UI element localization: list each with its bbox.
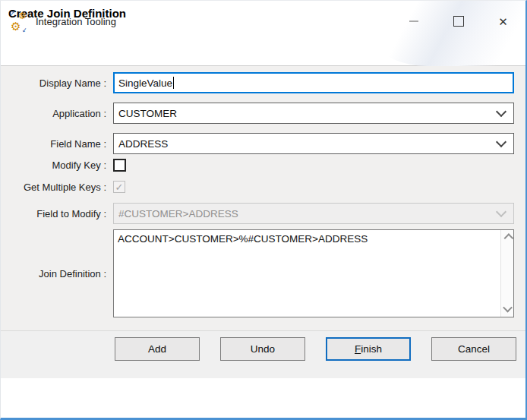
modify-key-label: Modify Key : bbox=[7, 159, 113, 171]
field-to-modify-row: Field to Modify : #CUSTOMER>ADDRESS bbox=[7, 203, 518, 224]
finish-button[interactable]: Finish bbox=[326, 337, 411, 361]
minimize-button bbox=[391, 1, 436, 42]
check-icon: ✓ bbox=[115, 182, 124, 192]
application-row: Application : CUSTOMER bbox=[7, 103, 518, 124]
get-multiple-keys-row: Get Multiple Keys : ✓ bbox=[7, 181, 518, 193]
undo-button-label: Undo bbox=[251, 343, 275, 355]
field-name-value: ADDRESS bbox=[118, 138, 168, 150]
field-to-modify-value: #CUSTOMER>ADDRESS bbox=[118, 208, 238, 219]
display-name-row: Display Name : SingleValue bbox=[7, 72, 518, 93]
display-name-value: SingleValue bbox=[118, 77, 172, 89]
join-definition-row: Join Definition : ACCOUNT>CUSTOMER>%#CUS… bbox=[7, 229, 518, 317]
field-to-modify-label: Field to Modify : bbox=[7, 208, 113, 219]
display-name-label: Display Name : bbox=[7, 77, 113, 89]
chevron-down-icon bbox=[496, 106, 506, 117]
minimize-icon bbox=[409, 21, 418, 22]
add-button[interactable]: Add bbox=[115, 337, 200, 361]
get-multiple-keys-checkbox: ✓ bbox=[113, 181, 125, 193]
join-definition-label: Join Definition : bbox=[7, 268, 113, 279]
maximize-button[interactable] bbox=[436, 1, 481, 42]
display-name-input[interactable]: SingleValue bbox=[113, 72, 514, 93]
vertical-scrollbar[interactable] bbox=[500, 230, 513, 317]
application-value: CUSTOMER bbox=[118, 108, 177, 119]
join-definition-value: ACCOUNT>CUSTOMER>%#CUSTOMER>ADDRESS bbox=[118, 233, 368, 245]
button-bar: Add Undo Finish Cancel bbox=[1, 330, 525, 378]
app-gears-icon: ↗ ⚙ ⚙ ↙ bbox=[11, 13, 29, 30]
close-icon: ✕ bbox=[498, 16, 508, 27]
text-caret bbox=[173, 77, 174, 89]
create-join-form: Display Name : SingleValue Application :… bbox=[1, 66, 525, 330]
close-button[interactable]: ✕ bbox=[481, 1, 525, 42]
chevron-down-icon bbox=[496, 137, 506, 147]
modify-key-checkbox[interactable] bbox=[113, 159, 126, 172]
title-bar: ↗ ⚙ ⚙ ↙ Integration Tooling ✕ bbox=[1, 1, 525, 42]
scroll-up-icon[interactable] bbox=[503, 233, 513, 243]
application-dropdown[interactable]: CUSTOMER bbox=[113, 103, 514, 124]
dialog-window: Create Join Definition ↗ ⚙ ⚙ ↙ Integrati… bbox=[0, 0, 527, 420]
cancel-button-label: Cancel bbox=[458, 343, 490, 355]
sync-arrow-icon: ↗ bbox=[9, 9, 15, 17]
gear-icon: ⚙ bbox=[11, 21, 21, 32]
chevron-down-icon bbox=[496, 207, 506, 217]
add-button-label: Add bbox=[148, 343, 166, 355]
field-name-label: Field Name : bbox=[7, 138, 113, 150]
cancel-button[interactable]: Cancel bbox=[431, 337, 516, 361]
application-label: Application : bbox=[7, 108, 113, 119]
undo-button[interactable]: Undo bbox=[220, 337, 305, 361]
gear-icon: ⚙ bbox=[18, 11, 27, 21]
field-to-modify-dropdown: #CUSTOMER>ADDRESS bbox=[113, 203, 514, 224]
get-multiple-keys-label: Get Multiple Keys : bbox=[7, 182, 113, 193]
maximize-icon bbox=[453, 16, 464, 27]
scroll-down-icon[interactable] bbox=[503, 303, 513, 313]
window-title: Integration Tooling bbox=[36, 16, 116, 27]
modify-key-row: Modify Key : bbox=[7, 159, 518, 172]
sync-arrow-icon: ↙ bbox=[21, 26, 27, 33]
join-definition-textarea[interactable]: ACCOUNT>CUSTOMER>%#CUSTOMER>ADDRESS bbox=[113, 229, 514, 317]
field-name-row: Field Name : ADDRESS bbox=[7, 133, 518, 154]
window-controls: ✕ bbox=[391, 1, 525, 42]
finish-button-label: Finish bbox=[355, 343, 382, 355]
field-name-dropdown[interactable]: ADDRESS bbox=[113, 133, 514, 154]
